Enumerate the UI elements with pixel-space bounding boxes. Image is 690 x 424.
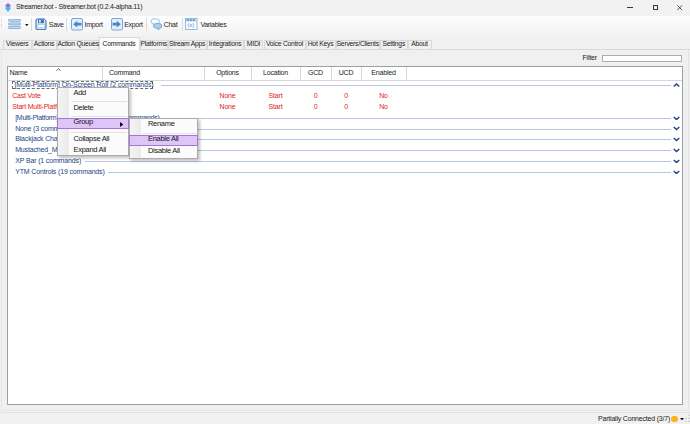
svg-text:(x): (x)	[187, 22, 194, 28]
